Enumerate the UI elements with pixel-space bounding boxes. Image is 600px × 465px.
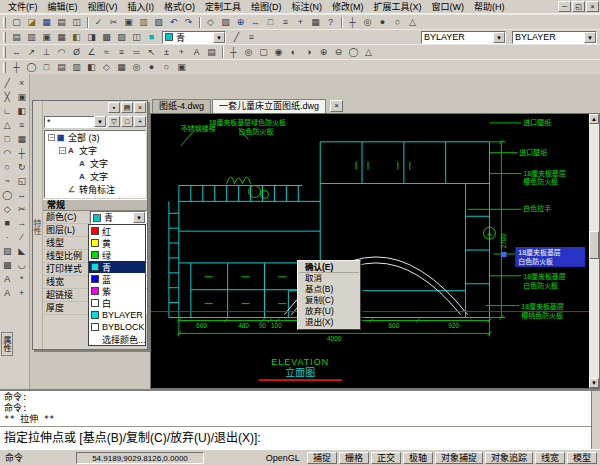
- xref-icon[interactable]: ▧: [218, 16, 233, 29]
- palette-settings-icon[interactable]: ▤: [121, 102, 133, 113]
- lineweight-control-icon[interactable]: ≡: [244, 31, 259, 44]
- quick-select-icon[interactable]: ▽: [108, 116, 120, 127]
- tree-text-1[interactable]: A 文字: [45, 157, 145, 170]
- extend-icon[interactable]: →: [15, 216, 29, 230]
- layer-lock-icon[interactable]: ▨: [114, 31, 129, 44]
- annotation-text[interactable]: 进口壁纸: [523, 118, 551, 127]
- color-option-select[interactable]: 选择颜色...: [89, 333, 145, 345]
- command-prompt[interactable]: 指定拉伸点或 [基点(B)/复制(C)/放弃(U)/退出(X)]:: [0, 427, 600, 449]
- status-snap[interactable]: 捕捉: [307, 452, 337, 464]
- view-front-icon[interactable]: ▥: [69, 61, 84, 74]
- redo-icon[interactable]: ↷: [181, 16, 196, 29]
- chamfer-icon[interactable]: ◣: [15, 244, 29, 258]
- chevron-down-icon[interactable]: ▼: [213, 32, 225, 43]
- zoom-window-icon[interactable]: ●: [375, 16, 390, 29]
- print-preview-icon[interactable]: ◫: [69, 16, 84, 29]
- insert-block2-icon[interactable]: ◇: [0, 202, 14, 216]
- zoom-extents2-icon[interactable]: △: [361, 46, 376, 59]
- coordinate-readout[interactable]: 54.9189,9029.8126,0.0000: [76, 452, 204, 464]
- menu-file[interactable]: 文件(F): [3, 0, 43, 14]
- copy-icon[interactable]: ▣: [121, 16, 136, 29]
- ctx-cancel-top[interactable]: 取消: [299, 273, 359, 284]
- pan-realtime-icon[interactable]: ┼: [226, 46, 241, 59]
- mirror-icon[interactable]: ◧: [15, 104, 29, 118]
- palette-auto-hide-icon[interactable]: ▪: [108, 102, 120, 113]
- drawing-canvas[interactable]: 600 480 90 100 1210 600 920 4000 2700 A …: [151, 114, 589, 388]
- make-layer-current-icon[interactable]: ▣: [39, 31, 54, 44]
- annotation-text[interactable]: 进口壁纸: [519, 148, 547, 157]
- selection-filter-combo[interactable]: * ▼: [44, 116, 107, 128]
- layer-properties-icon[interactable]: ▤: [9, 31, 24, 44]
- line-icon[interactable]: ╱: [0, 76, 14, 90]
- menu-insert[interactable]: 插入(I): [123, 0, 160, 14]
- status-ortho[interactable]: 正交: [371, 452, 401, 464]
- ellipse-icon[interactable]: ◯: [0, 188, 14, 202]
- rectangle-icon[interactable]: □: [0, 132, 14, 146]
- redraw-icon[interactable]: ▣: [174, 61, 189, 74]
- angular-dimension-icon[interactable]: ∠: [84, 46, 99, 59]
- view-top-icon[interactable]: ▤: [54, 61, 69, 74]
- tolerance-icon[interactable]: ±: [159, 46, 174, 59]
- vertical-scrollbar[interactable]: ▲ ▼: [589, 114, 599, 388]
- scrollbar-track[interactable]: [589, 124, 599, 378]
- pan-icon[interactable]: ┼: [345, 16, 360, 29]
- tab-close-icon[interactable]: ×: [330, 100, 343, 112]
- cut-icon[interactable]: ✂: [106, 16, 121, 29]
- status-model[interactable]: 模型: [567, 452, 597, 464]
- dim-value[interactable]: 600: [196, 322, 207, 329]
- toolbar-grip[interactable]: [3, 47, 6, 58]
- selected-annotation[interactable]: 18厘夹板基层 白色防火板: [501, 247, 585, 267]
- zoom-dynamic-icon[interactable]: ◉: [271, 46, 286, 59]
- status-grid[interactable]: 栅格: [339, 452, 369, 464]
- continue-dimension-icon[interactable]: ═: [129, 46, 144, 59]
- stretch-icon[interactable]: ↔: [15, 188, 29, 202]
- doc-restore-icon[interactable]: ◱: [572, 1, 585, 12]
- view-side-icon[interactable]: ◧: [84, 61, 99, 74]
- layer-on-icon[interactable]: ◧: [69, 31, 84, 44]
- make-block-icon[interactable]: ■: [0, 216, 14, 230]
- layer-freeze-icon[interactable]: ▩: [99, 31, 114, 44]
- color-option-blue[interactable]: 蓝: [89, 273, 145, 285]
- zoom-in-icon[interactable]: ⊕: [316, 46, 331, 59]
- arc-icon[interactable]: ◠: [0, 146, 14, 160]
- color-option-bylayer[interactable]: BYLAYER: [89, 309, 145, 321]
- annotation-text[interactable]: 18厘夹板基层绿色防火板: [209, 118, 286, 127]
- calculator-icon[interactable]: ▦: [308, 16, 323, 29]
- annotation-text[interactable]: 白色防火板: [239, 127, 274, 136]
- scroll-down-icon[interactable]: ▼: [589, 378, 599, 388]
- linear-dimension-icon[interactable]: ↔: [9, 46, 24, 59]
- break-icon[interactable]: ∕: [15, 230, 29, 244]
- color-option-green[interactable]: 绿: [89, 249, 145, 261]
- dim-value[interactable]: 920: [448, 322, 459, 329]
- color-option-red[interactable]: 红: [89, 225, 145, 237]
- lineweight-combo[interactable]: BYLAYER ▼: [512, 31, 597, 44]
- chevron-down-icon[interactable]: ▼: [584, 32, 596, 43]
- ctx-exit[interactable]: 退出(X): [299, 317, 359, 328]
- save-icon[interactable]: ▦: [39, 16, 54, 29]
- dim-value[interactable]: 480: [238, 322, 249, 329]
- annotation-text[interactable]: 樱色防火板: [523, 177, 558, 186]
- chevron-down-icon[interactable]: ▼: [493, 32, 505, 43]
- chevron-down-icon[interactable]: ▼: [94, 116, 106, 127]
- status-otrack[interactable]: 对象追踪: [485, 452, 533, 464]
- rotate-icon[interactable]: ↻: [15, 160, 29, 174]
- list-icon[interactable]: ≡: [278, 16, 293, 29]
- render-icon[interactable]: ●: [144, 61, 159, 74]
- tree-all[interactable]: − ▦ 全部 (3): [45, 131, 145, 144]
- tree-text-group[interactable]: − A 文字: [45, 144, 145, 157]
- zoom-window2-icon[interactable]: ▢: [256, 46, 271, 59]
- spline-icon[interactable]: ~: [0, 174, 14, 188]
- mtext-icon[interactable]: A: [0, 286, 14, 300]
- dim-value[interactable]: 90: [259, 322, 267, 329]
- menu-window[interactable]: 窗口(W): [427, 0, 470, 14]
- scrollbar-thumb[interactable]: [589, 231, 599, 259]
- menu-custom-tools[interactable]: 定制工具: [200, 0, 246, 14]
- aligned-dimension-icon[interactable]: ↗: [24, 46, 39, 59]
- annotation-text[interactable]: 白色防火板: [523, 281, 558, 290]
- orbit-icon[interactable]: ◎: [129, 61, 144, 74]
- layer-states-icon[interactable]: ▦: [54, 31, 69, 44]
- id-point-icon[interactable]: +: [293, 16, 308, 29]
- ctx-undo[interactable]: 放弃(U): [299, 306, 359, 317]
- view-iso-icon[interactable]: ◇: [99, 61, 114, 74]
- dim-value[interactable]: 600: [388, 322, 399, 329]
